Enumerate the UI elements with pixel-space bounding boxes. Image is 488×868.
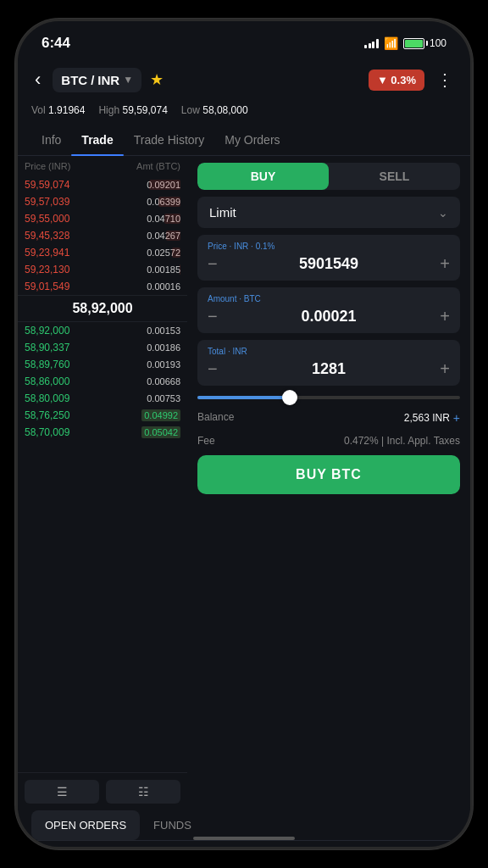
price-field: Price · INR · 0.1% − 5901549 + xyxy=(197,235,460,281)
slider-track xyxy=(197,396,460,399)
amount-minus-button[interactable]: − xyxy=(208,307,218,326)
total-plus-button[interactable]: + xyxy=(440,359,450,379)
total-value[interactable]: 1281 xyxy=(225,360,434,378)
price-minus-button[interactable]: − xyxy=(208,254,218,274)
order-type-value: Limit xyxy=(209,205,236,220)
price-plus-button[interactable]: + xyxy=(440,254,450,274)
tab-orders[interactable]: My Orders xyxy=(214,125,290,155)
price-change-badge: ▼ 0.3% xyxy=(369,70,424,91)
sell-order-row[interactable]: 59,45,328 0.04267 xyxy=(18,227,187,244)
sell-order-row[interactable]: 59,23,130 0.00185 xyxy=(18,261,187,278)
amount-slider[interactable] xyxy=(197,392,460,403)
sell-amt: 0.00185 xyxy=(147,264,180,275)
battery-icon xyxy=(403,38,424,49)
change-value: ▼ 0.3% xyxy=(377,74,416,86)
total-label: Total · INR xyxy=(208,347,450,356)
price-col-header: Price (INR) xyxy=(25,161,136,171)
sell-price: 59,23,130 xyxy=(25,264,147,275)
sell-order-row[interactable]: 59,01,549 0.00016 xyxy=(18,278,187,295)
slider-fill xyxy=(197,396,290,399)
main-tabs: Info Trade Trade History My Orders xyxy=(18,125,470,156)
order-type-selector[interactable]: Limit ⌄ xyxy=(197,197,460,228)
buy-sell-tabs: BUY SELL xyxy=(197,163,460,190)
pair-base: BTC xyxy=(61,73,87,87)
fee-label: Fee xyxy=(197,435,215,447)
volume-stat: Vol 1.91964 xyxy=(31,104,85,116)
trade-area: Price (INR) Amt (BTC) 59,59,074 0.09201 … xyxy=(18,156,470,810)
ob-chart-view-button[interactable]: ☷ xyxy=(106,780,180,804)
amount-value[interactable]: 0.00021 xyxy=(225,308,434,326)
price-input-row: − 5901549 + xyxy=(208,254,450,274)
sell-price: 59,45,328 xyxy=(25,230,147,242)
tab-open-orders[interactable]: OPEN ORDERS xyxy=(31,810,140,840)
amount-field: Amount · BTC − 0.00021 + xyxy=(197,287,460,333)
wifi-icon: 📶 xyxy=(384,36,398,50)
price-label: Price · INR · 0.1% xyxy=(208,242,450,251)
fee-row: Fee 0.472% | Incl. Appl. Taxes xyxy=(197,433,460,448)
high-stat: High 59,59,074 xyxy=(98,104,167,116)
trade-panel: BUY SELL Limit ⌄ Price · INR · 0.1% − 59… xyxy=(187,156,470,810)
buy-orders: 58,92,000 0.00153 58,90,337 0.00186 58,8… xyxy=(18,322,187,441)
buy-order-row[interactable]: 58,76,250 0.04992 xyxy=(18,407,187,424)
buy-order-row[interactable]: 58,86,000 0.00668 xyxy=(18,373,187,390)
order-book: Price (INR) Amt (BTC) 59,59,074 0.09201 … xyxy=(18,156,187,810)
sell-amt: 0.04710 xyxy=(147,214,180,224)
buy-order-row[interactable]: 58,90,337 0.00186 xyxy=(18,339,187,356)
buy-price: 58,70,009 xyxy=(25,426,141,438)
pair-dropdown-icon: ▼ xyxy=(123,74,133,86)
signal-icon xyxy=(364,38,379,48)
buy-price: 58,76,250 xyxy=(25,409,141,421)
sell-order-row[interactable]: 59,57,039 0.06399 xyxy=(18,193,187,210)
buy-order-row[interactable]: 58,92,000 0.00153 xyxy=(18,322,187,339)
more-options-button[interactable]: ⋮ xyxy=(433,66,457,93)
balance-label: Balance xyxy=(197,411,234,425)
amount-input-row: − 0.00021 + xyxy=(208,307,450,326)
buy-order-row[interactable]: 58,89,760 0.00193 xyxy=(18,356,187,373)
buy-amt: 0.00193 xyxy=(147,359,180,370)
add-funds-button[interactable]: + xyxy=(453,411,460,425)
buy-button[interactable]: BUY BTC xyxy=(197,455,460,494)
tab-trade[interactable]: Trade xyxy=(71,125,123,155)
buy-order-row[interactable]: 58,70,009 0.05042 xyxy=(18,424,187,441)
total-input-row: − 1281 + xyxy=(208,359,450,379)
home-indicator xyxy=(193,837,295,840)
amount-label: Amount · BTC xyxy=(208,294,450,303)
tab-history[interactable]: Trade History xyxy=(124,125,215,155)
sell-amt: 0.06399 xyxy=(147,197,180,207)
tab-funds[interactable]: FUNDS xyxy=(140,810,205,840)
tab-info[interactable]: Info xyxy=(31,125,71,155)
buy-price: 58,92,000 xyxy=(25,325,147,337)
ob-list-view-button[interactable]: ☰ xyxy=(25,780,99,804)
slider-thumb[interactable] xyxy=(282,390,297,405)
pair-selector[interactable]: BTC / INR ▼ xyxy=(53,68,141,92)
favorite-icon[interactable]: ★ xyxy=(150,70,164,89)
sell-order-row[interactable]: 59,59,074 0.09201 xyxy=(18,176,187,193)
fee-value: 0.472% | Incl. Appl. Taxes xyxy=(344,435,460,447)
order-type-dropdown-icon: ⌄ xyxy=(438,206,448,220)
buy-tab[interactable]: BUY xyxy=(197,163,329,190)
market-stats: Vol 1.91964 High 59,59,074 Low 58,08,000 xyxy=(18,101,470,125)
total-field: Total · INR − 1281 + xyxy=(197,340,460,386)
price-value[interactable]: 5901549 xyxy=(225,255,434,273)
sell-tab[interactable]: SELL xyxy=(329,163,460,190)
buy-order-row[interactable]: 58,80,009 0.00753 xyxy=(18,390,187,407)
buy-amt: 0.00753 xyxy=(147,393,180,403)
buy-amt: 0.00186 xyxy=(147,342,180,353)
back-button[interactable]: ‹ xyxy=(31,65,44,94)
balance-value: 2,563 INR + xyxy=(404,411,460,425)
sell-order-row[interactable]: 59,55,000 0.04710 xyxy=(18,210,187,227)
status-icons: 📶 100 xyxy=(364,36,446,50)
battery-percent: 100 xyxy=(430,37,446,49)
total-minus-button[interactable]: − xyxy=(208,359,218,379)
amount-plus-button[interactable]: + xyxy=(440,307,450,326)
ob-header: Price (INR) Amt (BTC) xyxy=(18,156,187,176)
sell-amt: 0.00016 xyxy=(147,281,180,292)
status-bar: 6:44 📶 100 xyxy=(18,21,470,58)
sell-order-row[interactable]: 59,23,941 0.02572 xyxy=(18,244,187,261)
sell-orders: 59,59,074 0.09201 59,57,039 0.06399 59,5… xyxy=(18,176,187,295)
buy-amt: 0.00668 xyxy=(147,376,180,387)
sell-price: 59,01,549 xyxy=(25,281,147,292)
sell-amt: 0.02572 xyxy=(147,248,180,258)
sell-price: 59,59,074 xyxy=(25,179,147,191)
buy-price: 58,80,009 xyxy=(25,392,147,404)
